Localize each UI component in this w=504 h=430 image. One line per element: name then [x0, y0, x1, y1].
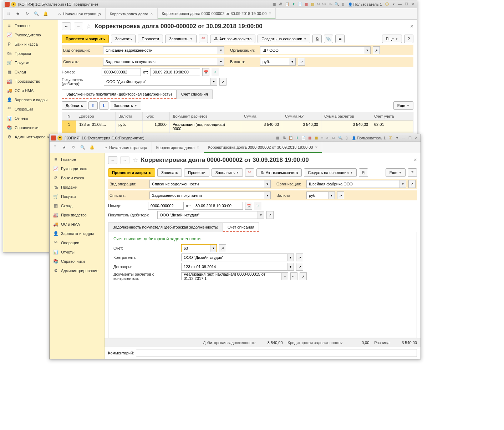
chevron-down-icon[interactable]: ▼ [210, 78, 217, 85]
op-type-select[interactable]: Списание задолженности▼ [149, 180, 271, 188]
favorite-icon[interactable]: ★ [15, 11, 21, 17]
subtab-debt[interactable]: Задолженность покупателя (дебиторская за… [62, 89, 177, 99]
sidebar-item[interactable]: 📈Руководителю [50, 164, 104, 173]
sidebar-item[interactable]: ≡Главное [3, 21, 58, 30]
chevron-down-icon[interactable]: ▼ [218, 58, 224, 65]
print-icon[interactable]: 🖶 [278, 1, 284, 7]
chevron-down-icon[interactable]: ▾ [281, 273, 288, 280]
calendar-button[interactable]: 📅 [245, 202, 252, 210]
minimize-icon[interactable]: — [397, 1, 403, 7]
sidebar-item[interactable]: ᴬᴷОперации [3, 104, 58, 114]
tb-icon[interactable]: ▦ [275, 135, 281, 141]
attach-button[interactable]: 📎 [324, 35, 333, 43]
col-header[interactable]: Валюта [116, 112, 143, 120]
list-button[interactable]: ≣ [335, 35, 345, 43]
col-header[interactable]: Курс [143, 112, 170, 120]
favorite-icon[interactable]: ★ [61, 144, 67, 151]
sidebar-item[interactable]: 🚚ОС и НМА [3, 86, 58, 95]
buyer-select[interactable]: ООО "Дизайн-студия"▼ [157, 211, 264, 219]
open-button[interactable]: ↗ [296, 254, 303, 261]
tab-doc2[interactable]: Корректировка долга 0000-000002 от 30.09… [158, 8, 276, 19]
chevron-down-icon[interactable]: ▼ [264, 192, 270, 199]
chevron-down-icon[interactable]: ▼ [287, 254, 294, 261]
col-header[interactable]: Договор [76, 112, 116, 120]
chevron-down-icon[interactable]: ▼ [210, 245, 217, 252]
more-button[interactable]: Еще▼ [382, 35, 402, 43]
offset-button[interactable]: 🖶 Акт взаимозачета [210, 35, 255, 43]
calendar-icon[interactable]: ▦ [307, 135, 313, 141]
open-button[interactable]: ↗ [219, 244, 226, 252]
sidebar-item[interactable]: ₽Банк и касса [3, 40, 58, 49]
contracts-select[interactable]: 123 от 01.08.2014▼ [181, 263, 294, 271]
history-icon[interactable]: ↻ [70, 144, 77, 151]
tab-close-icon[interactable]: × [151, 11, 153, 16]
open-button[interactable]: ↗ [373, 46, 380, 54]
chevron-down-icon[interactable]: ▼ [218, 47, 224, 54]
search-icon[interactable]: 🔍 [80, 144, 86, 151]
sidebar-item[interactable]: 📊Отчеты [50, 247, 104, 257]
sidebar-item[interactable]: 👤Зарплата и кадры [50, 229, 104, 238]
help-button[interactable]: ? [404, 35, 413, 43]
grid-row[interactable]: 1 123 от 01.08.... руб. 1,0000 Реализаци… [62, 121, 413, 133]
account-select[interactable]: 63▼ [181, 244, 217, 252]
info-icon[interactable]: ⓘ [388, 135, 393, 141]
calendar-button[interactable]: 📅 [202, 68, 209, 76]
subtab-account[interactable]: Счет списания [223, 222, 259, 232]
chevron-down-icon[interactable]: ▼ [399, 180, 406, 188]
create-based-button[interactable]: Создать на основании▼ [304, 168, 357, 177]
sidebar-item[interactable]: ▦Склад [3, 67, 58, 77]
settle-docs-select[interactable]: Реализация (акт, накладная) 0000-000015 … [181, 272, 288, 280]
writeoff-select[interactable]: Задолженность покупателя▼ [149, 191, 271, 199]
subtab-debt[interactable]: Задолженность покупателя (дебиторская за… [108, 222, 223, 232]
flag-button[interactable]: ⚐ [254, 202, 261, 210]
chevron-down-icon[interactable]: ▼ [258, 211, 264, 219]
date-input[interactable]: 30.09.2018 19:00:00 [193, 202, 243, 210]
sidebar-item[interactable]: ᴬᴷОперации [50, 238, 104, 247]
info-icon[interactable]: ⓘ [384, 1, 390, 7]
sidebar-item[interactable]: 🏭Производство [3, 77, 58, 86]
sidebar-item[interactable]: 🚚ОС и НМА [50, 220, 104, 229]
minimize-icon[interactable]: — [401, 135, 406, 141]
sidebar-item[interactable]: 🛒Покупки [50, 192, 104, 201]
forward-button[interactable]: → [120, 156, 129, 164]
tb-icon[interactable]: 📄 [297, 1, 303, 7]
fill-button[interactable]: Заполнить▼ [165, 35, 197, 43]
col-header[interactable]: Сумма НУ [282, 112, 321, 120]
chevron-down-icon[interactable]: ▼ [289, 58, 295, 65]
add-button[interactable]: Добавить [62, 101, 87, 110]
back-button[interactable]: ← [108, 156, 117, 164]
col-header[interactable]: Документ расчетов [170, 112, 241, 120]
chevron-down-icon[interactable]: ▼ [328, 192, 335, 199]
close-icon[interactable]: ✕ [410, 1, 416, 7]
help-button[interactable]: ? [408, 168, 417, 177]
open-button[interactable]: ↗ [408, 180, 416, 188]
fill-button[interactable]: Заполнить▼ [212, 168, 243, 177]
subtab-account[interactable]: Счет списания [177, 89, 213, 99]
apps-icon[interactable]: ⠿ [5, 11, 12, 17]
app-menu-icon[interactable]: ▾ [57, 135, 62, 140]
tab-doc1[interactable]: Корректировка долга× [152, 142, 204, 153]
open-button[interactable]: ↗ [296, 263, 303, 271]
tb-icon[interactable]: ⬆ [294, 135, 300, 141]
sidebar-item[interactable]: 📚Справочники [50, 257, 104, 266]
search-icon[interactable]: 🔍 [33, 11, 40, 17]
tb-icon[interactable]: 📋 [284, 1, 290, 7]
post-button[interactable]: Провести [184, 168, 209, 177]
tab-doc1[interactable]: Корректировка долга× [106, 8, 158, 19]
zoom-icon[interactable]: 🔍 [337, 135, 343, 141]
sidebar-item[interactable]: ▦Склад [50, 201, 104, 210]
post-button[interactable]: Провести [138, 35, 163, 43]
link-button[interactable]: ⎘ [312, 35, 322, 43]
bell-icon[interactable]: 🔔 [42, 11, 49, 17]
favorite-star-icon[interactable]: ☆ [132, 156, 138, 164]
col-header[interactable]: Сумма [241, 112, 282, 120]
user-label[interactable]: 👤 Пользователь 1 [350, 136, 387, 140]
sidebar-item[interactable]: ≡Главное [50, 155, 104, 164]
write-button[interactable]: Записать [157, 168, 182, 177]
dk-button[interactable]: ᴬᴷ [199, 35, 208, 43]
page-close-icon[interactable]: × [410, 23, 413, 30]
tab-close-icon[interactable]: × [197, 145, 199, 150]
tb-icon[interactable]: 📋 [288, 135, 294, 141]
maximize-icon[interactable]: ☐ [403, 1, 409, 7]
flag-button[interactable]: ⚐ [212, 68, 219, 76]
